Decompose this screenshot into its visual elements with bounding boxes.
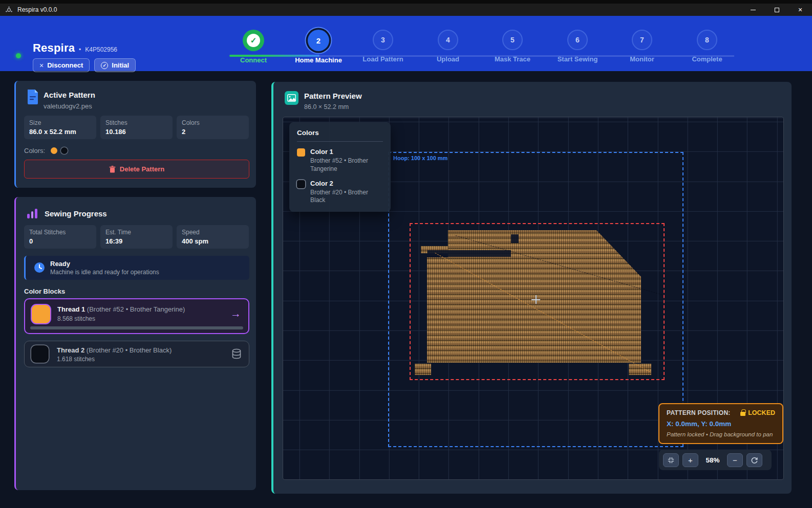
status-description: Machine is idle and ready for operations [50,269,159,276]
arrow-right-icon: → [230,307,241,320]
zoom-level: 58% [702,456,723,464]
thread-detail: (Brother #20 • Brother Black) [87,346,172,354]
legend-title: Colors [297,129,383,142]
fit-to-screen-button[interactable] [663,453,679,467]
plus-icon: + [688,456,693,465]
color-swatch-black [61,147,68,154]
close-button[interactable]: × [788,4,812,16]
step-load-pattern[interactable]: 3 Load Pattern [352,30,414,63]
maximize-button[interactable] [765,4,788,16]
position-hint: Pattern locked • Drag background to pan [667,431,775,437]
card-title: Active Pattern [44,91,95,99]
step-home-machine[interactable]: 2 Home Machine [288,30,349,64]
image-icon [285,91,298,105]
step-upload[interactable]: 4 Upload [417,30,479,63]
step-active-circle: 2 [308,30,329,51]
zoom-toolbar: + 58% − [659,450,772,470]
color-swatch-orange [51,147,57,154]
thread-progress-bar [30,326,243,329]
thread-2-row[interactable]: Thread 2 (Brother #20 • Brother Black) 1… [24,341,249,367]
step-circle: 3 [373,30,393,50]
card-title: Sewing Progress [45,209,107,218]
step-circle: 6 [567,30,588,50]
locked-badge: LOCKED [740,409,775,416]
step-start-sewing[interactable]: 6 Start Sewing [547,30,608,63]
legend-swatch-orange [297,148,305,157]
step-circle: 7 [632,30,652,50]
step-circle: 8 [697,30,717,50]
preview-canvas[interactable]: Hoop: 100 x 100 mm Colors Color 1 Brothe… [283,117,784,480]
step-circle: 4 [438,30,458,50]
background-window-sliver [0,0,812,4]
close-icon: × [798,6,802,13]
delete-pattern-button[interactable]: Delete Pattern [24,160,249,179]
step-connect[interactable]: ✓ Connect [223,30,284,64]
position-coordinates: X: 0.0mm, Y: 0.0mm [667,420,775,428]
thread-1-row[interactable]: Thread 1 (Brother #52 • Brother Tangerin… [24,298,249,334]
bar-chart-icon [27,208,38,218]
thread-name: Thread 1 [57,305,85,313]
colors-label: Colors: [24,147,45,154]
minimize-icon [751,10,756,10]
thread-name: Thread 2 [57,346,84,354]
active-pattern-card: Active Pattern valetudogv2.pes Size 86.0… [14,81,256,188]
check-icon: ✓ [247,34,260,47]
layers-stack-icon [231,348,242,360]
app-icon [5,6,13,14]
position-label: PATTERN POSITION: [667,409,731,416]
stat-total-stitches: Total Stitches 0 [24,225,96,249]
minimize-button[interactable] [741,4,765,16]
thread-2-swatch [31,345,49,363]
pattern-position-overlay: PATTERN POSITION: LOCKED X: 0.0mm, Y: 0.… [658,403,783,444]
lock-icon [740,412,745,416]
fit-to-screen-icon [667,456,675,464]
step-circle: 5 [502,30,523,50]
step-complete[interactable]: 8 Complete [676,30,738,63]
legend-item-color2: Color 2 Brother #20 • Brother Black [297,180,383,205]
refresh-icon [751,456,758,464]
thread-stitch-count: 1.618 stitches [57,356,95,363]
legend-item-color1: Color 1 Brother #52 • Brother Tangerine [297,148,383,173]
workflow-stepper: ✓ Connect 2 Home Machine 3 Load Pattern … [0,16,812,71]
thread-1-swatch [32,305,50,323]
card-title: Pattern Preview [304,92,362,100]
center-crosshair [531,295,540,304]
trash-icon [109,166,116,173]
zoom-out-button[interactable]: − [727,453,743,467]
minus-icon: − [733,456,737,465]
status-title: Ready [50,260,70,268]
window-title: Respira v0.0.0 [17,6,57,13]
step-done-circle: ✓ [243,30,264,51]
colors-legend-panel: Colors Color 1 Brother #52 • Brother Tan… [289,122,391,212]
step-mask-trace[interactable]: 5 Mask Trace [482,30,543,63]
pattern-filename: valetudogv2.pes [44,102,92,110]
machine-status-banner: Ready Machine is idle and ready for oper… [24,256,249,280]
stat-speed: Speed 400 spm [177,225,249,249]
titlebar: Respira v0.0.0 × [0,4,812,16]
reset-view-button[interactable] [746,453,762,467]
thread-detail: (Brother #52 • Brother Tangerine) [87,305,185,313]
maximize-icon [775,8,779,12]
document-icon [26,89,39,105]
stat-est-time: Est. Time 16:39 [100,225,173,249]
preview-dimensions: 86.0 × 52.2 mm [304,103,349,111]
sewing-progress-card: Sewing Progress Total Stitches 0 Est. Ti… [14,197,256,490]
stat-stitches: Stitches 10.186 [100,116,173,139]
stat-size: Size 86.0 x 52.2 mm [24,116,96,139]
stat-colors: Colors 2 [177,116,249,139]
step-monitor[interactable]: 7 Monitor [611,30,673,63]
thread-stitch-count: 8.568 stitches [57,315,95,322]
clock-icon [34,262,45,273]
hoop-label: Hoop: 100 x 100 mm [393,155,447,161]
pattern-preview-card: Pattern Preview 86.0 × 52.2 mm Hoop: 100… [271,82,792,494]
color-blocks-label: Color Blocks [24,288,65,295]
zoom-in-button[interactable]: + [682,453,698,467]
legend-swatch-black [297,180,305,188]
